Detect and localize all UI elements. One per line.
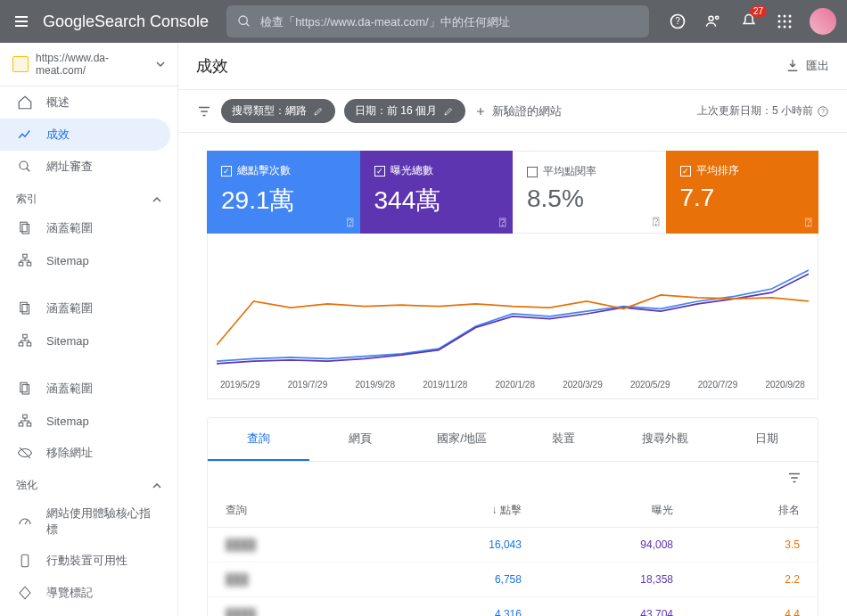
tab-4[interactable]: 搜尋外觀: [614, 418, 716, 461]
tab-5[interactable]: 日期: [716, 418, 818, 461]
svg-rect-23: [19, 342, 23, 346]
menu-icon[interactable]: [11, 11, 32, 32]
sidebar-item-performance[interactable]: 成效: [0, 119, 170, 151]
help-icon[interactable]: ⍰: [347, 216, 353, 228]
notifications-icon[interactable]: 27: [738, 11, 760, 32]
checkbox-icon: [527, 167, 538, 177]
hide-icon: [16, 444, 34, 462]
product-logo: Google Search Console: [43, 12, 209, 31]
tab-3[interactable]: 裝置: [513, 418, 614, 461]
sitemap-icon: [16, 332, 34, 349]
chevron-up-icon: [152, 195, 161, 204]
metric-card-position[interactable]: 平均排序 7.7 ⍰: [666, 151, 819, 234]
svg-rect-19: [27, 262, 31, 266]
property-selector[interactable]: https://www.da-meat.com/: [0, 43, 177, 86]
checkbox-icon: [221, 166, 232, 177]
x-axis-label: 2019/5/29: [220, 380, 260, 390]
property-icon: [12, 56, 29, 72]
sidebar-item-coverage-2[interactable]: 涵蓋範圍: [0, 292, 177, 324]
svg-point-3: [709, 16, 713, 21]
help-icon[interactable]: ⍰: [499, 216, 506, 228]
metric-card-impressions[interactable]: 曝光總數 344萬 ⍰: [360, 151, 514, 234]
svg-rect-25: [21, 382, 28, 392]
search-input[interactable]: [260, 15, 638, 29]
help-icon[interactable]: ?: [817, 105, 829, 118]
th-clicks[interactable]: ↓ 點擊: [388, 494, 539, 528]
plus-icon: [474, 105, 487, 118]
svg-rect-17: [23, 254, 28, 258]
sidebar-item-url-inspect[interactable]: 網址審查: [0, 151, 177, 183]
svg-rect-15: [21, 222, 28, 232]
sidebar-item-logo[interactable]: 標誌: [0, 609, 177, 616]
svg-rect-22: [23, 334, 28, 338]
chevron-up-icon: [152, 481, 161, 490]
section-enhance[interactable]: 強化: [0, 469, 177, 498]
svg-text:?: ?: [675, 16, 680, 26]
sidebar-item-removals[interactable]: 移除網址: [0, 437, 177, 469]
help-icon[interactable]: ?: [667, 11, 688, 32]
app-header: Google Search Console ? 27: [0, 0, 847, 43]
trend-icon: [16, 126, 34, 144]
svg-point-9: [784, 21, 786, 23]
diamond-icon: [16, 584, 34, 602]
sidebar-item-cwv[interactable]: 網站使用體驗核心指標: [0, 498, 177, 545]
pencil-icon: [312, 105, 325, 118]
data-table-card: 查詢網頁國家/地區裝置搜尋外觀日期 查詢 ↓ 點擊 曝光 排名 ████16,0…: [207, 417, 818, 616]
search-icon: [16, 158, 34, 176]
avatar[interactable]: [810, 8, 836, 35]
sidebar-item-coverage[interactable]: 涵蓋範圍: [0, 212, 177, 244]
speed-icon: [16, 513, 34, 530]
th-rank[interactable]: 排名: [691, 494, 818, 528]
table-row[interactable]: ████16,04394,0083.5: [208, 528, 818, 563]
table-row[interactable]: ████4,31643,7044.4: [208, 597, 818, 617]
svg-point-11: [778, 26, 781, 29]
section-index[interactable]: 索引: [0, 183, 177, 212]
filter-icon[interactable]: [196, 103, 212, 119]
checkbox-icon: [374, 166, 385, 177]
sidebar-item-breadcrumb[interactable]: 導覽標記: [0, 577, 177, 609]
last-updated: 上次更新日期：5 小時前 ?: [697, 103, 829, 119]
home-icon: [16, 94, 34, 111]
help-icon[interactable]: ⍰: [653, 215, 659, 227]
sidebar-item-overview[interactable]: 概述: [0, 86, 177, 119]
svg-rect-21: [22, 305, 29, 315]
svg-point-7: [789, 15, 792, 18]
svg-point-4: [716, 16, 719, 19]
svg-rect-27: [23, 415, 28, 418]
th-query[interactable]: 查詢: [208, 494, 388, 528]
th-impressions[interactable]: 曝光: [539, 494, 691, 528]
apps-icon[interactable]: [774, 11, 795, 32]
help-icon[interactable]: ⍰: [805, 216, 811, 228]
chip-date[interactable]: 日期：前 16 個月: [344, 99, 465, 123]
svg-rect-24: [27, 342, 31, 346]
metric-card-clicks[interactable]: 總點擊次數 29.1萬 ⍰: [207, 151, 360, 234]
checkbox-icon: [680, 166, 691, 177]
svg-point-0: [239, 16, 247, 24]
sidebar-item-sitemap[interactable]: Sitemap: [0, 244, 177, 276]
filter-icon[interactable]: [785, 469, 803, 487]
performance-chart: 2019/5/292019/7/292019/9/282019/11/28202…: [207, 234, 818, 399]
svg-point-13: [789, 26, 792, 29]
main-content: 成效 匯出 搜尋類型：網路 日期：前 16 個月 新驗證的網站 上次更新日期：5…: [178, 43, 847, 616]
svg-point-6: [784, 15, 786, 18]
users-icon[interactable]: [703, 11, 724, 32]
add-filter-button[interactable]: 新驗證的網站: [474, 103, 562, 119]
sidebar-item-coverage-3[interactable]: 涵蓋範圍: [0, 373, 177, 405]
sidebar-item-sitemap-2[interactable]: Sitemap: [0, 324, 177, 357]
svg-rect-29: [27, 423, 31, 426]
x-axis-label: 2020/9/28: [765, 380, 805, 390]
chip-search-type[interactable]: 搜尋類型：網路: [221, 99, 335, 123]
tab-0[interactable]: 查詢: [208, 418, 309, 461]
sidebar-item-sitemap-3[interactable]: Sitemap: [0, 405, 177, 437]
metric-card-ctr[interactable]: 平均點閱率 8.5% ⍰: [513, 151, 666, 234]
tab-2[interactable]: 國家/地區: [411, 418, 513, 461]
table-row[interactable]: ███6,75818,3582.2: [208, 563, 818, 597]
export-button[interactable]: 匯出: [785, 58, 829, 74]
tab-1[interactable]: 網頁: [309, 418, 411, 461]
svg-rect-18: [19, 262, 23, 266]
sidebar-item-mobile[interactable]: 行動裝置可用性: [0, 545, 177, 577]
x-axis-label: 2019/7/29: [288, 380, 328, 390]
svg-point-10: [789, 21, 792, 23]
search-box[interactable]: [226, 5, 649, 37]
download-icon: [785, 58, 801, 74]
